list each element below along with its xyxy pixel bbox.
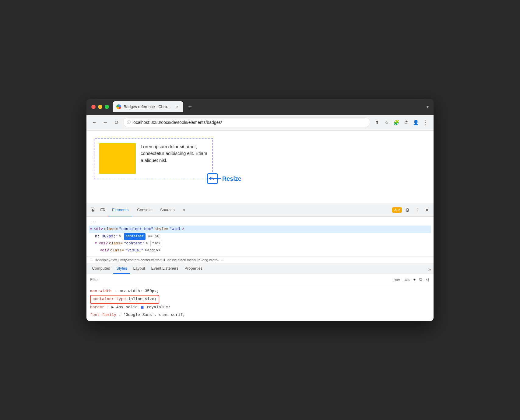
badge-container: container	[124, 233, 146, 240]
device-toolbar-button[interactable]	[99, 206, 107, 214]
bookmark-button[interactable]: ☆	[382, 118, 391, 127]
filter-bar: Filter :hov .cls + ⧉ ◁	[86, 274, 434, 285]
styles-more-button[interactable]: »	[428, 266, 431, 274]
tab-styles[interactable]: Styles	[113, 263, 130, 274]
profile-button[interactable]: 👤	[412, 118, 420, 127]
tab-elements[interactable]: Elements	[108, 204, 132, 216]
browser-window: Badges reference - Chrome De × + ▾ ← → ↺…	[86, 99, 434, 321]
svg-rect-2	[104, 209, 105, 211]
demo-container: Lorem ipsum dolor sit amet, consectetur …	[94, 138, 213, 179]
resize-label: Resize	[222, 175, 241, 182]
share-button[interactable]: ⬆	[373, 118, 381, 127]
triangle-icon: ▼	[90, 227, 92, 232]
chrome-favicon	[116, 104, 121, 109]
svg-rect-1	[101, 208, 104, 211]
add-style-button[interactable]: +	[412, 277, 417, 282]
devtools-toolbar: Elements Console Sources » ⚠ 2 ⚙ ⋮ ✕	[86, 204, 434, 217]
filter-actions: :hov .cls + ⧉ ◁	[391, 276, 430, 282]
cls-button[interactable]: .cls	[402, 277, 411, 282]
tab-console[interactable]: Console	[133, 204, 155, 216]
extension-icon[interactable]: 🧩	[392, 118, 401, 127]
copy-button[interactable]: ⧉	[418, 276, 423, 282]
tab-computed[interactable]: Computed	[89, 263, 113, 274]
color-swatch[interactable]	[141, 306, 144, 309]
address-url: localhost:8080/docs/devtools/elements/ba…	[132, 120, 222, 125]
more-button[interactable]: ⋮	[421, 118, 430, 127]
css-line-4: font-family : 'Google Sans', sans-serif;	[90, 311, 430, 319]
dom-line-3[interactable]: <div class= "visual" ></div>	[100, 247, 430, 254]
back-button[interactable]: ←	[90, 118, 99, 127]
dom-line-1[interactable]: ▼ <div class= "container-box" style= "wi…	[89, 226, 431, 233]
tab-layout[interactable]: Layout	[130, 263, 148, 274]
lorem-text: Lorem ipsum dolor sit amet, consectetur …	[141, 143, 208, 164]
new-tab-button[interactable]: +	[186, 103, 194, 111]
dom-dots: ···	[90, 219, 97, 226]
maximize-button[interactable]	[105, 105, 109, 109]
triangle-icon-2: ▼	[95, 241, 97, 246]
address-actions: ⬆ ☆ 🧩 ⚗ 👤 ⋮	[373, 118, 430, 127]
devtools-more-button[interactable]: ⋮	[413, 206, 421, 214]
hov-button[interactable]: :hov	[391, 277, 401, 282]
tab-event-listeners[interactable]: Event Listeners	[148, 263, 181, 274]
traffic-lights	[91, 105, 109, 109]
minimize-button[interactable]	[98, 105, 102, 109]
arrow-line	[209, 178, 221, 179]
tab-properties[interactable]: Properties	[181, 263, 206, 274]
address-input[interactable]: ⓘ localhost:8080/docs/devtools/elements/…	[123, 117, 370, 127]
lab-icon[interactable]: ⚗	[402, 118, 410, 127]
address-bar: ← → ↺ ⓘ localhost:8080/docs/devtools/ele…	[86, 115, 434, 131]
devtools-close-button[interactable]: ✕	[423, 206, 431, 214]
tab-sources[interactable]: Sources	[156, 204, 178, 216]
resize-handle[interactable]: ⤡ Resize	[207, 173, 218, 184]
highlighted-property: container-type : inline-size;	[90, 295, 159, 304]
css-line-2: container-type : inline-size;	[90, 295, 430, 304]
breadcrumb-item-1[interactable]: liv.display-flex.justify-content-center.…	[95, 258, 165, 262]
warning-icon: ⚠	[394, 208, 397, 212]
resize-arrow: Resize	[209, 175, 241, 182]
tab-bar: Badges reference - Chrome De × +	[113, 101, 423, 112]
tab-close-button[interactable]: ×	[175, 104, 180, 109]
close-button[interactable]	[91, 105, 96, 109]
css-line-1: max-width : max-width: 350px;	[90, 288, 430, 295]
page-content: Lorem ipsum dolor sit amet, consectetur …	[86, 131, 434, 204]
yellow-box	[99, 143, 136, 174]
dom-line-2[interactable]: ▼ <div class= "content" > flex	[95, 240, 430, 247]
devtools-right-actions: ⚠ 2 ⚙ ⋮ ✕	[392, 206, 431, 214]
toggle-sidebar-button[interactable]: ◁	[424, 277, 430, 282]
dom-dots-row: ···	[90, 219, 430, 226]
dom-line-1b: h: 302px;" > container == $0	[95, 233, 430, 240]
tab-more[interactable]: »	[180, 204, 189, 216]
css-line-3: border : ▶ 4px solid royalblue;	[90, 304, 430, 311]
warning-badge: ⚠ 2	[392, 207, 402, 213]
css-prop-container-type: container-type	[93, 296, 126, 303]
breadcrumb-bar: ··· liv.display-flex.justify-content-cen…	[86, 257, 434, 263]
reload-button[interactable]: ↺	[112, 118, 121, 127]
devtools-settings-button[interactable]: ⚙	[403, 206, 412, 214]
filter-label[interactable]: Filter	[90, 277, 99, 282]
badge-flex: flex	[150, 240, 162, 247]
element-picker-button[interactable]	[89, 206, 97, 214]
dom-panel: ··· ▼ <div class= "container-box" style=…	[86, 217, 434, 257]
security-icon: ⓘ	[127, 120, 131, 125]
devtools-panel: Elements Console Sources » ⚠ 2 ⚙ ⋮ ✕	[86, 204, 434, 321]
chevron-down-icon[interactable]: ▾	[427, 104, 429, 109]
breadcrumb-dots: ···	[90, 258, 93, 262]
breadcrumb-dots-2: ···	[221, 258, 224, 262]
breadcrumb-item-2[interactable]: article.stack.measure-long.width-	[167, 258, 219, 262]
title-bar: Badges reference - Chrome De × + ▾	[86, 99, 434, 115]
styles-tabs: Computed Styles Layout Event Listeners P…	[86, 263, 434, 274]
active-tab[interactable]: Badges reference - Chrome De ×	[113, 101, 183, 112]
tab-title: Badges reference - Chrome De	[124, 104, 172, 109]
css-panel: max-width : max-width: 350px; container-…	[86, 285, 434, 321]
forward-button[interactable]: →	[101, 118, 110, 127]
